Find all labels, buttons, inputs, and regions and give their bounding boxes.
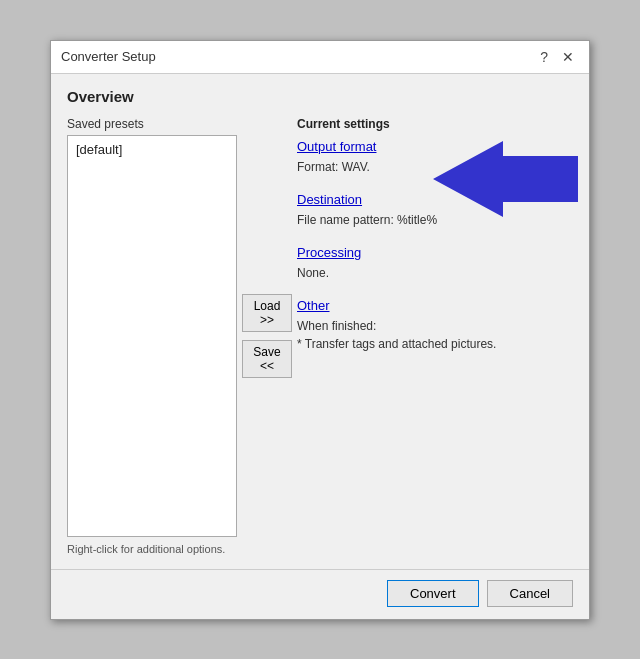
right-click-hint: Right-click for additional options. bbox=[67, 543, 237, 555]
presets-list[interactable]: [default] bbox=[67, 135, 237, 537]
convert-button[interactable]: Convert bbox=[387, 580, 479, 607]
other-detail-line2: * Transfer tags and attached pictures. bbox=[297, 337, 496, 351]
output-format-link[interactable]: Output format bbox=[297, 139, 376, 154]
title-bar: Converter Setup ? ✕ bbox=[51, 41, 589, 74]
dialog-content: Overview Saved presets [default] Right-c… bbox=[51, 74, 589, 569]
processing-link[interactable]: Processing bbox=[297, 245, 361, 260]
preset-item-default[interactable]: [default] bbox=[72, 140, 232, 159]
left-panel: Saved presets [default] Right-click for … bbox=[67, 117, 237, 555]
processing-detail: None. bbox=[297, 264, 573, 282]
output-format-detail: Format: WAV. bbox=[297, 158, 573, 176]
output-format-section: Output format Format: WAV. bbox=[297, 139, 573, 176]
current-settings-label: Current settings bbox=[297, 117, 573, 131]
cancel-button[interactable]: Cancel bbox=[487, 580, 573, 607]
overview-heading: Overview bbox=[67, 88, 573, 105]
title-bar-controls: ? ✕ bbox=[535, 47, 579, 67]
middle-buttons: Load >> Save << bbox=[237, 117, 297, 555]
destination-link[interactable]: Destination bbox=[297, 192, 362, 207]
destination-detail: File name pattern: %title% bbox=[297, 211, 573, 229]
right-panel: Current settings Output format Format: W… bbox=[297, 117, 573, 555]
save-button[interactable]: Save << bbox=[242, 340, 292, 378]
processing-section: Processing None. bbox=[297, 245, 573, 282]
main-area: Saved presets [default] Right-click for … bbox=[67, 117, 573, 555]
other-section: Other When finished: * Transfer tags and… bbox=[297, 298, 573, 353]
other-link[interactable]: Other bbox=[297, 298, 330, 313]
help-button[interactable]: ? bbox=[535, 47, 553, 67]
presets-label: Saved presets bbox=[67, 117, 237, 131]
dialog-footer: Convert Cancel bbox=[51, 569, 589, 619]
other-detail-line1: When finished: bbox=[297, 319, 376, 333]
other-detail: When finished: * Transfer tags and attac… bbox=[297, 317, 573, 353]
destination-section: Destination File name pattern: %title% bbox=[297, 192, 573, 229]
close-button[interactable]: ✕ bbox=[557, 47, 579, 67]
title-bar-left: Converter Setup bbox=[61, 49, 156, 64]
converter-setup-dialog: Converter Setup ? ✕ Overview Saved prese… bbox=[50, 40, 590, 620]
load-button[interactable]: Load >> bbox=[242, 294, 292, 332]
dialog-title: Converter Setup bbox=[61, 49, 156, 64]
